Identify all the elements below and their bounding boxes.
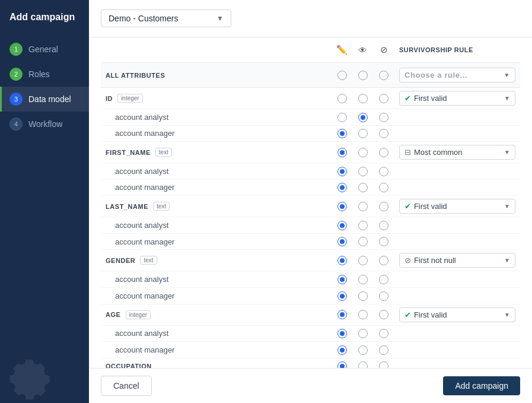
rule-select[interactable]: Choose a rule...▼ <box>399 68 515 82</box>
radio-button[interactable] <box>337 221 347 230</box>
role-view-radio <box>352 109 373 126</box>
radio-button[interactable] <box>358 329 368 338</box>
role-name-cell: account manager <box>101 179 332 196</box>
sidebar-item-roles[interactable]: 2 Roles <box>0 62 89 87</box>
radio-button[interactable] <box>358 291 368 301</box>
field-name-cell: FIRST_NAMEtext <box>101 142 332 163</box>
role-edit-radio <box>332 287 352 304</box>
rule-select[interactable]: ⊟Most common▼ <box>399 145 515 160</box>
field-rule-cell <box>394 358 520 368</box>
sidebar-item-general[interactable]: 1 General <box>0 37 89 62</box>
add-campaign-button[interactable]: Add campaign <box>443 376 520 395</box>
sidebar-item-workflow[interactable]: 4 Workflow <box>0 112 89 137</box>
radio-button[interactable] <box>337 167 347 176</box>
role-view-radio <box>352 179 373 196</box>
step-3-circle: 3 <box>9 93 23 106</box>
radio-button[interactable] <box>358 221 368 230</box>
type-badge: integer <box>117 94 143 103</box>
radio-button[interactable] <box>337 129 347 138</box>
field-edit-radio <box>332 304 352 325</box>
radio-button[interactable] <box>358 310 368 319</box>
radio-button[interactable] <box>358 71 368 80</box>
radio-button[interactable] <box>358 275 368 284</box>
radio-button[interactable] <box>337 113 347 122</box>
cancel-button[interactable]: Cancel <box>101 376 152 396</box>
radio-button[interactable] <box>337 202 347 211</box>
radio-button[interactable] <box>379 221 388 230</box>
field-rule-cell: ✔First valid▼ <box>394 304 520 325</box>
radio-button[interactable] <box>337 329 347 338</box>
step-1-circle: 1 <box>9 43 23 56</box>
radio-button[interactable] <box>379 113 388 122</box>
rule-select[interactable]: ⊘First not null▼ <box>399 253 515 268</box>
radio-button[interactable] <box>337 71 347 80</box>
checkmark-icon: ✔ <box>404 94 411 103</box>
radio-button[interactable] <box>337 148 347 157</box>
field-edit-radio <box>332 88 352 109</box>
all-attributes-row: ALL ATTRIBUTES Choose a rule...▼ <box>101 63 520 88</box>
radio-button[interactable] <box>337 345 347 355</box>
radio-button[interactable] <box>358 113 368 122</box>
radio-button[interactable] <box>337 237 347 246</box>
radio-button[interactable] <box>379 167 388 176</box>
radio-button[interactable] <box>379 256 388 265</box>
role-rule-cell <box>394 163 520 180</box>
radio-button[interactable] <box>379 148 388 157</box>
role-view-radio <box>352 325 373 342</box>
field-view-radio <box>352 358 373 368</box>
radio-button[interactable] <box>337 183 347 192</box>
radio-button[interactable] <box>379 94 388 103</box>
field-row-first_name: FIRST_NAMEtext⊟Most common▼ <box>101 142 520 163</box>
dataset-dropdown[interactable]: Demo - Customers ▼ <box>101 9 231 27</box>
radio-button[interactable] <box>358 237 368 246</box>
slash-icon: ⊘ <box>404 256 411 265</box>
field-edit-radio <box>332 250 352 271</box>
radio-button[interactable] <box>379 237 388 246</box>
radio-button[interactable] <box>337 94 347 103</box>
radio-button[interactable] <box>358 183 368 192</box>
radio-button[interactable] <box>379 275 388 284</box>
radio-button[interactable] <box>379 329 388 338</box>
radio-button[interactable] <box>379 183 388 192</box>
rule-label-text: Most common <box>414 148 463 157</box>
radio-button[interactable] <box>337 310 347 319</box>
radio-button[interactable] <box>358 129 368 138</box>
role-sub-row: account analyst <box>101 109 520 126</box>
radio-button[interactable] <box>379 361 388 368</box>
step-4-circle: 4 <box>9 118 23 131</box>
radio-button[interactable] <box>358 202 368 211</box>
view-col-header: 👁 <box>352 37 373 63</box>
radio-button[interactable] <box>337 361 347 368</box>
radio-button[interactable] <box>358 167 368 176</box>
radio-button[interactable] <box>379 71 388 80</box>
radio-button[interactable] <box>337 291 347 301</box>
sidebar-item-label-workflow: Workflow <box>28 119 62 129</box>
role-slash-radio <box>374 342 394 358</box>
rule-select[interactable]: ✔First valid▼ <box>399 91 515 106</box>
radio-button[interactable] <box>379 345 388 355</box>
radio-button[interactable] <box>358 94 368 103</box>
role-sub-row: account analyst <box>101 325 520 342</box>
radio-button[interactable] <box>379 202 388 211</box>
role-name-cell: account manager <box>101 125 332 142</box>
role-name-cell: account analyst <box>101 163 332 180</box>
radio-button[interactable] <box>358 148 368 157</box>
rule-label-text: First not null <box>414 256 456 265</box>
field-row-occupation: OCCUPATION <box>101 358 520 368</box>
sidebar-item-data-model[interactable]: 3 Data model <box>0 87 89 112</box>
role-name-cell: account analyst <box>101 109 332 126</box>
radio-button[interactable] <box>379 291 388 301</box>
field-edit-radio <box>332 358 352 368</box>
rule-select[interactable]: ✔First valid▼ <box>399 307 515 322</box>
radio-button[interactable] <box>379 129 388 138</box>
radio-button[interactable] <box>358 256 368 265</box>
field-name-cell: LAST_NAMEtext <box>101 196 332 217</box>
radio-button[interactable] <box>337 275 347 284</box>
rule-select[interactable]: ✔First valid▼ <box>399 199 515 214</box>
all-rule-cell: Choose a rule...▼ <box>394 63 520 88</box>
radio-button[interactable] <box>379 310 388 319</box>
radio-button[interactable] <box>358 345 368 355</box>
field-view-radio <box>352 196 373 217</box>
radio-button[interactable] <box>358 361 368 368</box>
radio-button[interactable] <box>337 256 347 265</box>
